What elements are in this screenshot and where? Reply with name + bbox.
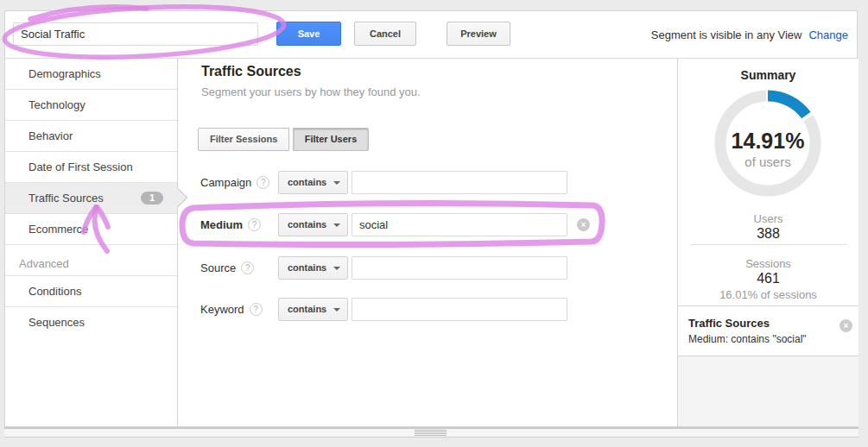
sessions-percent-caption: 16.01% of sessions	[678, 288, 858, 301]
traffic-sources-filter-card: Traffic Sources Medium: contains "social…	[678, 306, 858, 356]
change-visibility-link[interactable]: Change	[808, 28, 848, 41]
summary-panel: Summary 14.91% of users Users 388 Sessio…	[677, 59, 858, 426]
users-donut-chart: 14.91% of users	[707, 83, 828, 204]
filter-users-button[interactable]: Filter Users	[293, 128, 370, 151]
filter-scope-toggle: Filter Sessions Filter Users	[198, 128, 369, 151]
help-icon[interactable]: ?	[241, 261, 254, 274]
sidebar-item-technology[interactable]: Technology	[5, 90, 177, 121]
keyword-operator-dropdown[interactable]: contains	[278, 298, 348, 321]
sidebar-item-date-of-first-session[interactable]: Date of First Session	[5, 152, 177, 183]
keyword-value-input[interactable]	[352, 298, 567, 321]
segment-builder-page: Save Cancel Preview Segment is visible i…	[0, 0, 868, 447]
divider	[690, 244, 846, 245]
content-area: Demographics Technology Behavior Date of…	[5, 58, 857, 426]
medium-label: Medium	[200, 213, 243, 236]
source-row: Source? contains	[200, 256, 606, 280]
sidebar-item-traffic-sources[interactable]: Traffic Sources 1	[5, 183, 177, 214]
segment-builder-panel: Save Cancel Preview Segment is visible i…	[4, 10, 858, 427]
filter-count-badge: 1	[141, 192, 163, 205]
cancel-button[interactable]: Cancel	[354, 22, 416, 46]
summary-panel-footer	[678, 356, 858, 426]
chevron-down-icon	[333, 267, 340, 270]
resize-grip-handle[interactable]	[415, 430, 447, 436]
segment-visibility: Segment is visible in any ViewChange	[651, 28, 848, 41]
help-icon[interactable]: ?	[248, 218, 261, 231]
segment-visibility-text: Segment is visible in any View	[651, 28, 802, 41]
campaign-label: Campaign	[200, 171, 251, 194]
source-value-input[interactable]	[352, 256, 567, 280]
filter-sessions-button[interactable]: Filter Sessions	[198, 128, 289, 151]
percent-of-users-value: 14.91%	[707, 129, 828, 154]
medium-value-input[interactable]	[352, 213, 567, 236]
summary-title: Summary	[678, 68, 858, 82]
page-subtitle: Segment your users by how they found you…	[201, 85, 421, 98]
users-value: 388	[678, 226, 858, 242]
percent-of-users-caption: of users	[707, 154, 828, 169]
remove-filter-icon[interactable]: ×	[839, 319, 852, 332]
page-title: Traffic Sources	[201, 64, 301, 79]
medium-row: Medium? contains ×	[200, 213, 606, 236]
main-editor: Traffic Sources Segment your users by ho…	[178, 59, 677, 426]
sidebar-item-sequences[interactable]: Sequences	[5, 307, 177, 338]
filter-card-title: Traffic Sources	[688, 317, 848, 330]
help-icon[interactable]: ?	[250, 303, 263, 316]
topbar: Save Cancel Preview Segment is visible i…	[5, 11, 857, 58]
sidebar-section-advanced: Advanced	[5, 245, 177, 276]
source-label: Source	[200, 256, 236, 280]
campaign-row: Campaign? contains	[200, 171, 606, 194]
sidebar-item-label: Traffic Sources	[29, 192, 104, 205]
chevron-down-icon	[333, 181, 340, 185]
sessions-label: Sessions	[678, 257, 858, 270]
segment-name-input[interactable]	[13, 22, 258, 46]
sessions-value: 461	[678, 271, 858, 286]
panel-resize-bar	[4, 427, 858, 438]
help-icon[interactable]: ?	[257, 176, 269, 189]
chevron-down-icon	[333, 308, 340, 312]
preview-button[interactable]: Preview	[447, 22, 510, 46]
sidebar-item-ecommerce[interactable]: Ecommerce	[5, 214, 177, 245]
sidebar-item-conditions[interactable]: Conditions	[5, 276, 177, 307]
clear-field-icon[interactable]: ×	[577, 218, 590, 231]
keyword-row: Keyword? contains	[200, 298, 606, 321]
save-button[interactable]: Save	[276, 22, 341, 46]
sidebar-item-demographics[interactable]: Demographics	[5, 59, 177, 90]
sidebar: Demographics Technology Behavior Date of…	[5, 59, 178, 426]
medium-operator-dropdown[interactable]: contains	[278, 213, 348, 236]
filter-card-detail: Medium: contains "social"	[688, 333, 848, 345]
users-label: Users	[678, 212, 858, 225]
sidebar-item-behavior[interactable]: Behavior	[5, 121, 177, 152]
chevron-down-icon	[333, 224, 340, 227]
keyword-label: Keyword	[200, 298, 244, 321]
source-operator-dropdown[interactable]: contains	[278, 256, 348, 280]
campaign-operator-dropdown[interactable]: contains	[278, 171, 348, 194]
campaign-value-input[interactable]	[352, 171, 567, 194]
